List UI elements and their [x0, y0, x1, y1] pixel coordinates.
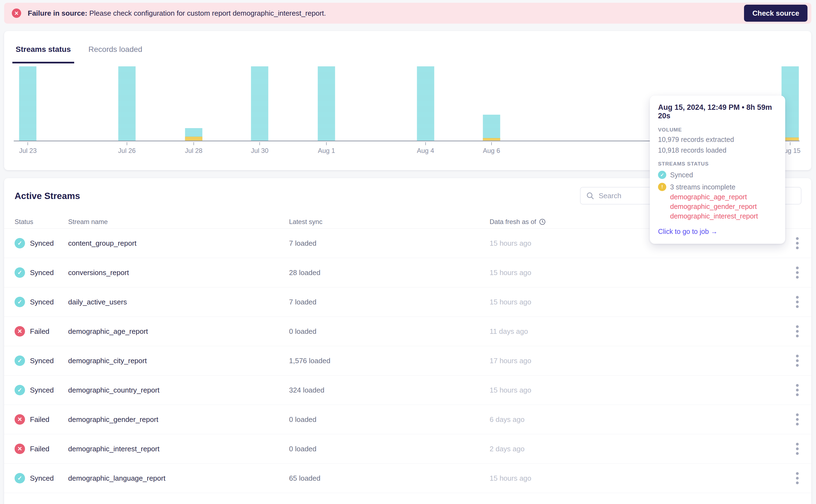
table-row-demographic_gender_report[interactable]: ✕Faileddemographic_gender_report0 loaded…	[4, 405, 811, 434]
status-badge: Synced	[30, 239, 54, 248]
status-cell: ✓Synced	[15, 355, 68, 366]
data-fresh-value: 11 days ago	[490, 327, 779, 336]
chart-tabs: Streams statusRecords loaded	[4, 31, 811, 63]
status-badge: Synced	[30, 268, 54, 277]
axis-label-aug-1: Aug 1	[318, 147, 335, 155]
incomplete-stream-link-demographic_gender_report[interactable]: demographic_gender_report	[670, 202, 777, 211]
status-badge: Failed	[30, 327, 49, 336]
chart-bar-jul-23[interactable]	[19, 66, 37, 141]
stream-name: demographic_age_report	[68, 327, 289, 336]
tooltip-incomplete-label: 3 streams incomplete	[670, 183, 736, 191]
table-row-demographic_age_report[interactable]: ✕Faileddemographic_age_report0 loaded11 …	[4, 317, 811, 346]
chart-bar-jul-28[interactable]	[185, 128, 202, 141]
stream-name: daily_active_users	[68, 298, 289, 306]
axis-tick	[259, 142, 260, 145]
status-badge: Synced	[30, 298, 54, 306]
latest-sync-value: 1,576 loaded	[289, 357, 490, 365]
row-kebab-menu-icon[interactable]	[793, 293, 801, 311]
tab-streams-status[interactable]: Streams status	[12, 45, 74, 63]
table-row-demographic_interest_report[interactable]: ✕Faileddemographic_interest_report0 load…	[4, 434, 811, 464]
tooltip-streams-status-label: STREAMS STATUS	[658, 161, 777, 167]
latest-sync-value: 28 loaded	[289, 268, 490, 277]
incomplete-stream-link-demographic_age_report[interactable]: demographic_age_report	[670, 192, 777, 202]
tooltip-records-loaded: 10,918 records loaded	[658, 146, 777, 154]
stream-name: conversions_report	[68, 268, 289, 277]
error-x-circle-icon: ✕	[12, 9, 21, 18]
axis-tick	[127, 142, 127, 145]
latest-sync-value: 0 loaded	[289, 415, 490, 424]
row-kebab-menu-icon[interactable]	[793, 264, 801, 281]
column-header-stream-name: Stream name	[68, 218, 289, 226]
check-source-button[interactable]: Check source	[744, 5, 807, 22]
page-title: Active Streams	[15, 191, 80, 201]
stream-name: demographic_language_report	[68, 474, 289, 483]
table-row-demographic_city_report[interactable]: ✓Synceddemographic_city_report1,576 load…	[4, 346, 811, 376]
data-fresh-value: 2 days ago	[490, 445, 779, 453]
tooltip-volume-label: VOLUME	[658, 127, 777, 133]
status-cell: ✕Failed	[15, 444, 68, 454]
status-badge: Failed	[30, 415, 49, 424]
status-badge: Synced	[30, 474, 54, 483]
chart-bar-warning-segment	[483, 138, 500, 141]
x-circle-icon: ✕	[15, 414, 25, 425]
chart-bar-aug-6[interactable]	[483, 115, 500, 141]
row-kebab-menu-icon[interactable]	[793, 469, 801, 487]
incomplete-stream-link-demographic_interest_report[interactable]: demographic_interest_report	[670, 211, 777, 221]
axis-label-aug-4: Aug 4	[417, 147, 434, 155]
stream-name: demographic_country_report	[68, 386, 289, 394]
latest-sync-value: 65 loaded	[289, 474, 490, 483]
table-row-daily_active_users[interactable]: ✓Synceddaily_active_users7 loaded15 hour…	[4, 287, 811, 317]
latest-sync-value: 7 loaded	[289, 298, 490, 306]
column-header-status: Status	[15, 218, 68, 226]
chart-bar-jul-26[interactable]	[118, 66, 135, 141]
banner-message-rest: Please check configuration for custom re…	[87, 9, 326, 17]
tooltip-synced-row: ✓ Synced	[658, 171, 777, 179]
check-circle-icon: ✓	[15, 267, 25, 278]
x-circle-icon: ✕	[15, 326, 25, 337]
chart-bar-jul-30[interactable]	[251, 66, 269, 141]
status-cell: ✓Synced	[15, 238, 68, 248]
row-kebab-menu-icon[interactable]	[793, 440, 801, 458]
axis-tick	[425, 142, 426, 145]
data-fresh-value: 15 hours ago	[490, 386, 779, 394]
status-cell: ✓Synced	[15, 473, 68, 483]
stream-name: demographic_city_report	[68, 357, 289, 365]
chart-bar-aug-1[interactable]	[318, 66, 335, 141]
check-circle-icon: ✓	[658, 171, 666, 179]
tab-records-loaded[interactable]: Records loaded	[85, 45, 145, 63]
row-kebab-menu-icon[interactable]	[793, 323, 801, 340]
axis-label-jul-28: Jul 28	[185, 147, 202, 155]
check-circle-icon: ✓	[15, 385, 25, 395]
table-row-demographic_language_report[interactable]: ✓Synceddemographic_language_report65 loa…	[4, 464, 811, 493]
status-badge: Failed	[30, 445, 49, 453]
row-kebab-menu-icon[interactable]	[793, 411, 801, 428]
warning-circle-icon: !	[658, 183, 666, 191]
axis-label-jul-30: Jul 30	[251, 147, 269, 155]
stream-name: demographic_gender_report	[68, 415, 289, 424]
data-fresh-value: 15 hours ago	[490, 298, 779, 306]
data-fresh-value: 6 days ago	[490, 415, 779, 424]
table-row-demographic_country_report[interactable]: ✓Synceddemographic_country_report324 loa…	[4, 376, 811, 405]
axis-label-jul-23: Jul 23	[19, 147, 37, 155]
status-badge: Synced	[30, 357, 54, 365]
data-fresh-value: 15 hours ago	[490, 474, 779, 483]
check-circle-icon: ✓	[15, 473, 25, 483]
banner-message: Failure in source: Please check configur…	[28, 9, 326, 18]
table-row-conversions_report[interactable]: ✓Syncedconversions_report28 loaded15 hou…	[4, 258, 811, 287]
clock-icon	[539, 218, 546, 225]
chart-bar-aug-4[interactable]	[417, 66, 434, 141]
tooltip-records-extracted: 10,979 records extracted	[658, 136, 777, 144]
table-body: ✓Syncedcontent_group_report7 loaded15 ho…	[4, 229, 811, 493]
go-to-job-link[interactable]: Click to go to job →	[658, 228, 718, 236]
row-kebab-menu-icon[interactable]	[793, 381, 801, 399]
row-kebab-menu-icon[interactable]	[793, 234, 801, 252]
column-header-data-fresh-label: Data fresh as of	[490, 218, 536, 226]
axis-tick	[491, 142, 492, 145]
status-cell: ✕Failed	[15, 326, 68, 337]
axis-label-aug-6: Aug 6	[483, 147, 500, 155]
banner-message-bold: Failure in source:	[28, 9, 87, 17]
axis-tick	[193, 142, 194, 145]
sync-tooltip: Aug 15, 2024, 12:49 PM • 8h 59m 20s VOLU…	[650, 96, 785, 244]
row-kebab-menu-icon[interactable]	[793, 352, 801, 369]
check-circle-icon: ✓	[15, 297, 25, 307]
